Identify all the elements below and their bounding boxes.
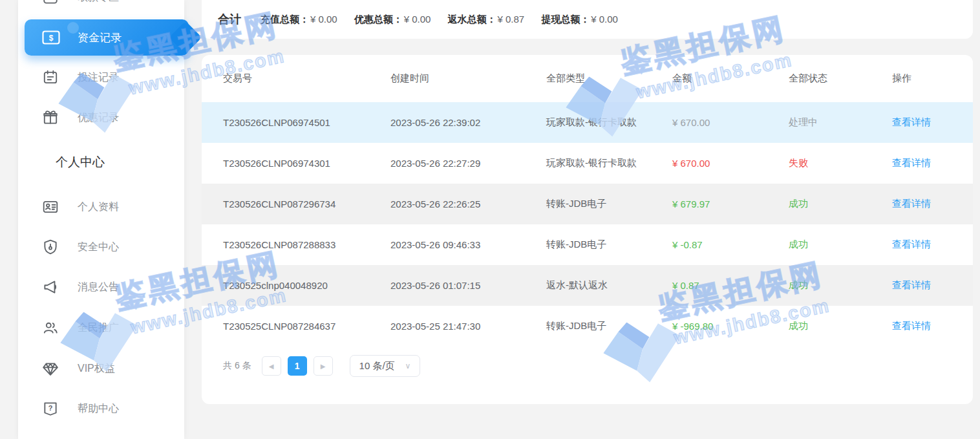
status: 成功 <box>789 239 892 251</box>
transaction-id: T230526CLNP06974501 <box>223 117 390 128</box>
svg-text:?: ? <box>48 404 53 412</box>
totals-summary-bar: 合计 充值总额：¥ 0.00优惠总额：¥ 0.00返水总额：¥ 0.87提现总额… <box>202 0 973 39</box>
sidebar-item-funds-record[interactable]: $ 资金记录 <box>25 19 189 56</box>
stat-value: ¥ 0.00 <box>591 14 618 25</box>
pagination: 共 6 条 ◀ 1 ▶ 10 条/页 ∨ <box>223 355 973 377</box>
table-body: T230526CLNP069745012023-05-26 22:39:02玩家… <box>202 102 973 347</box>
amount: ¥ 670.00 <box>672 158 789 169</box>
transaction-id: T230525CLNP087284637 <box>223 321 390 332</box>
diamond-icon <box>42 360 59 377</box>
transaction-type: 返水-默认返水 <box>546 279 672 292</box>
sidebar-item-label: 帮助中心 <box>78 402 119 416</box>
summary-title: 合计 <box>218 12 241 27</box>
megaphone-icon <box>42 279 59 295</box>
column-header: 创建时间 <box>390 72 546 85</box>
sidebar-item-vip[interactable]: VIP权益 <box>18 353 184 384</box>
gift-icon <box>42 109 59 126</box>
question-mark-icon: ? <box>42 400 59 417</box>
table-row[interactable]: T230526CLNP069743012023-05-26 22:27:29玩家… <box>202 143 973 184</box>
transaction-type: 玩家取款-银行卡取款 <box>546 157 672 169</box>
transaction-id: T230525clnp040048920 <box>223 280 390 291</box>
created-time: 2023-05-26 01:07:15 <box>390 280 546 291</box>
sidebar-item-security[interactable]: 安全中心 <box>18 231 184 262</box>
sidebar-item-label: 取款专区 <box>78 0 119 5</box>
column-header: 全部类型 <box>546 72 672 85</box>
summary-stats: 充值总额：¥ 0.00优惠总额：¥ 0.00返水总额：¥ 0.87提现总额：¥ … <box>261 14 618 26</box>
id-card-icon <box>42 198 59 215</box>
sidebar-item-help[interactable]: ? 帮助中心 <box>18 393 184 424</box>
svg-text:$: $ <box>49 34 54 43</box>
stat-value: ¥ 0.00 <box>310 14 337 25</box>
sidebar-section-personal-center: 个人中心 <box>56 154 105 171</box>
page-size-select[interactable]: 10 条/页 ∨ <box>350 355 421 377</box>
transaction-type: 转账-JDB电子 <box>546 198 672 210</box>
transaction-type: 转账-JDB电子 <box>546 320 672 332</box>
prev-arrow-icon: ◀ <box>269 363 274 370</box>
view-details-link[interactable]: 查看详情 <box>892 157 931 168</box>
sidebar-item-bet-record[interactable]: 投注记录 <box>18 62 184 93</box>
amount: ¥ -969.80 <box>672 321 789 332</box>
view-details-link[interactable]: 查看详情 <box>892 198 931 209</box>
stat-label: 优惠总额： <box>354 14 403 25</box>
next-page-button[interactable]: ▶ <box>314 356 333 376</box>
sidebar: 取款专区 $ 资金记录 投注记录 优惠记录 个人中心 个人资料 <box>18 0 184 439</box>
amount: ¥ 670.00 <box>672 117 789 128</box>
transaction-id: T230526CLNP087296734 <box>223 198 390 209</box>
total-count-label: 共 6 条 <box>223 360 251 372</box>
transaction-id: T230526CLNP06974301 <box>223 158 390 169</box>
wallet-icon <box>42 0 59 6</box>
status: 处理中 <box>789 116 892 129</box>
sidebar-item-label: 消息公告 <box>78 281 119 294</box>
summary-stat: 充值总额：¥ 0.00 <box>261 14 337 26</box>
view-details-link[interactable]: 查看详情 <box>892 239 931 250</box>
column-header: 操作 <box>892 72 973 85</box>
view-details-link[interactable]: 查看详情 <box>892 320 931 331</box>
table-row[interactable]: T230525CLNP0872846372023-05-25 21:47:30转… <box>202 306 973 347</box>
transactions-panel: 交易号创建时间全部类型金额全部状态操作 T230526CLNP069745012… <box>202 55 973 404</box>
sidebar-item-messages[interactable]: 消息公告 <box>18 272 184 303</box>
view-details-link[interactable]: 查看详情 <box>892 116 931 127</box>
column-header: 金额 <box>672 72 789 85</box>
table-row[interactable]: T230526CLNP0872967342023-05-26 22:26:25转… <box>202 184 973 224</box>
stat-value: ¥ 0.87 <box>497 14 524 25</box>
amount: ¥ 0.87 <box>672 280 789 291</box>
summary-stat: 优惠总额：¥ 0.00 <box>354 14 431 26</box>
table-header-row: 交易号创建时间全部类型金额全部状态操作 <box>202 55 973 102</box>
status: 成功 <box>789 279 892 292</box>
sidebar-item-referral[interactable]: 全民推广 <box>18 312 184 343</box>
sidebar-item-label: 资金记录 <box>78 30 122 45</box>
sidebar-item-label: 全民推广 <box>78 321 119 335</box>
summary-stat: 提现总额：¥ 0.00 <box>541 14 618 26</box>
column-header: 交易号 <box>223 72 390 85</box>
page-1-button[interactable]: 1 <box>288 356 307 376</box>
created-time: 2023-05-26 22:27:29 <box>390 158 546 169</box>
status: 成功 <box>789 198 892 210</box>
sidebar-item-profile[interactable]: 个人资料 <box>18 191 184 222</box>
stat-label: 提现总额： <box>541 14 590 25</box>
created-time: 2023-05-26 22:26:25 <box>390 198 546 209</box>
sidebar-item-promo-record[interactable]: 优惠记录 <box>18 102 184 133</box>
stat-value: ¥ 0.00 <box>404 14 431 25</box>
sidebar-item-label: 个人资料 <box>78 200 119 214</box>
calendar-list-icon <box>42 69 59 86</box>
table-row[interactable]: T230526CLNP069745012023-05-26 22:39:02玩家… <box>202 102 973 143</box>
table-row[interactable]: T230525clnp0400489202023-05-26 01:07:15返… <box>202 265 973 306</box>
prev-page-button[interactable]: ◀ <box>262 356 281 376</box>
transaction-type: 转账-JDB电子 <box>546 239 672 251</box>
stat-label: 充值总额： <box>261 14 309 25</box>
users-icon <box>42 319 59 336</box>
chevron-down-icon: ∨ <box>405 361 411 370</box>
next-arrow-icon: ▶ <box>321 363 326 370</box>
column-header: 全部状态 <box>789 72 892 85</box>
sidebar-item-label: VIP权益 <box>78 362 115 376</box>
sidebar-item-label: 安全中心 <box>78 241 119 254</box>
table-row[interactable]: T230526CLNP0872888332023-05-26 09:46:33转… <box>202 224 973 265</box>
created-time: 2023-05-26 09:46:33 <box>390 239 546 250</box>
shield-key-icon <box>42 239 59 255</box>
created-time: 2023-05-25 21:47:30 <box>390 321 546 332</box>
sidebar-item-label: 优惠记录 <box>78 111 119 125</box>
status: 失败 <box>789 157 892 169</box>
view-details-link[interactable]: 查看详情 <box>892 279 931 290</box>
stat-label: 返水总额： <box>447 14 496 25</box>
sidebar-item-withdraw-zone[interactable]: 取款专区 <box>18 0 184 13</box>
